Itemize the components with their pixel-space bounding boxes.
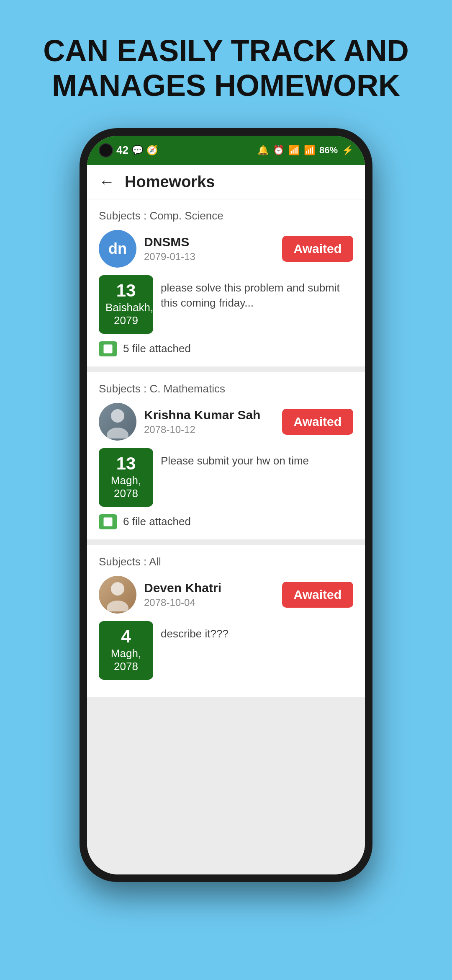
date-box-3: 4 Magh, 2078 [99,621,153,680]
homework-card-3: Subjects : All Deven Khatri [87,545,365,697]
status-left: 42 💬 🧭 [99,143,158,157]
awaited-badge-3: Awaited [282,582,353,608]
phone-outer: 42 💬 🧭 🔔 ⏰ 📶 📶 86% ⚡ ← Homeworks [80,128,372,882]
hw-body-1: 13 Baishakh, 2079 please solve this prob… [99,275,353,334]
hw-header-3: Deven Khatri 2078-10-04 Awaited [99,576,353,614]
file-count-2: 6 file attached [123,515,191,528]
teacher-name-3: Deven Khatri [144,581,221,595]
svg-point-1 [107,428,128,438]
alarm-icon: 🔔 [257,145,269,156]
nav-title: Homeworks [125,173,215,191]
camera-dot [99,143,113,157]
status-time: 42 [116,144,128,157]
headline-line1: CAN EASILY TRACK AND [43,34,408,67]
teacher-details-3: Deven Khatri 2078-10-04 [144,581,221,609]
date-num-3: 4 [105,628,146,645]
avatar-1: dn [99,230,136,268]
nav-icon: 🧭 [146,145,158,156]
teacher-date-2: 2078-10-12 [144,424,260,436]
date-month-3: Magh, [105,647,146,660]
hw-footer-2: 6 file attached [99,514,353,529]
homework-card-2: Subjects : C. Mathematics [87,372,365,539]
nav-bar: ← Homeworks [87,165,365,199]
teacher-details-2: Krishna Kumar Sah 2078-10-12 [144,408,260,436]
page-headline: CAN EASILY TRACK AND MANAGES HOMEWORK [10,34,442,103]
clock-icon: ⏰ [273,145,284,156]
date-year-2: 2078 [105,487,146,500]
teacher-info-3: Deven Khatri 2078-10-04 [99,576,221,614]
subject-label-2: Subjects : C. Mathematics [99,382,353,395]
avatar-2 [99,403,136,441]
file-icon-1 [99,341,117,356]
signal-icon: 📶 [304,145,315,156]
battery-text: 86% [319,145,338,156]
hw-footer-1: 5 file attached [99,341,353,356]
teacher-date-1: 2079-01-13 [144,251,195,263]
hw-description-1: please solve this problem and submit thi… [161,275,353,311]
status-icons: 🔔 ⏰ 📶 📶 86% ⚡ [257,145,353,156]
avatar-3 [99,576,136,614]
date-box-1: 13 Baishakh, 2079 [99,275,153,334]
svg-point-3 [107,601,128,611]
awaited-badge-2: Awaited [282,409,353,435]
awaited-badge-1: Awaited [282,236,353,262]
hw-description-2: Please submit your hw on time [161,448,309,468]
wifi-icon: 📶 [288,145,300,156]
teacher-name-1: DNSMS [144,235,195,249]
hw-description-3: describe it??? [161,621,229,641]
hw-body-3: 4 Magh, 2078 describe it??? [99,621,353,680]
messenger-icon: 💬 [132,145,143,156]
hw-header-1: dn DNSMS 2079-01-13 Awaited [99,230,353,268]
date-month-1: Baishakh, [105,301,146,314]
file-count-1: 5 file attached [123,342,191,355]
phone-screen: 42 💬 🧭 🔔 ⏰ 📶 📶 86% ⚡ ← Homeworks [87,136,365,874]
teacher-info-2: Krishna Kumar Sah 2078-10-12 [99,403,260,441]
subject-label-3: Subjects : All [99,555,353,568]
file-icon-2 [99,514,117,529]
date-box-2: 13 Magh, 2078 [99,448,153,507]
back-button[interactable]: ← [99,173,115,191]
date-year-1: 2079 [105,314,146,327]
teacher-name-2: Krishna Kumar Sah [144,408,260,422]
homework-card-1: Subjects : Comp. Science dn DNSMS 2079-0… [87,199,365,366]
charging-icon: ⚡ [342,145,353,156]
phone-wrapper: 42 💬 🧭 🔔 ⏰ 📶 📶 86% ⚡ ← Homeworks [80,128,372,882]
teacher-date-3: 2078-10-04 [144,597,221,609]
date-num-2: 13 [105,455,146,472]
hw-header-2: Krishna Kumar Sah 2078-10-12 Awaited [99,403,353,441]
svg-point-0 [111,409,124,423]
date-year-3: 2078 [105,660,146,673]
subject-label-1: Subjects : Comp. Science [99,209,353,222]
teacher-info-1: dn DNSMS 2079-01-13 [99,230,195,268]
date-num-1: 13 [105,282,146,299]
headline-line2: MANAGES HOMEWORK [52,69,400,102]
content-area[interactable]: Subjects : Comp. Science dn DNSMS 2079-0… [87,199,365,874]
teacher-details-1: DNSMS 2079-01-13 [144,235,195,263]
hw-body-2: 13 Magh, 2078 Please submit your hw on t… [99,448,353,507]
status-bar: 42 💬 🧭 🔔 ⏰ 📶 📶 86% ⚡ [87,136,365,165]
date-month-2: Magh, [105,474,146,487]
svg-point-2 [111,582,124,596]
avatar-text-1: dn [108,240,127,258]
